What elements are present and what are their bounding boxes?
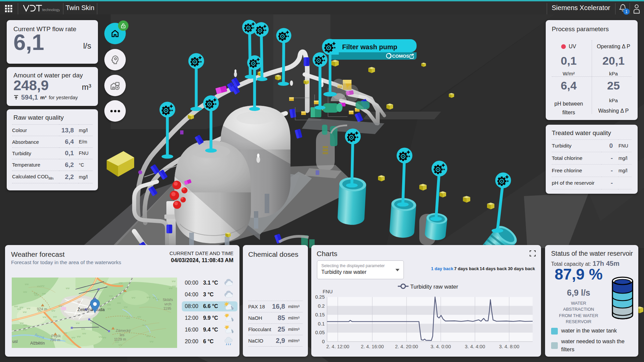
svg-text:0.05: 0.05: [315, 330, 325, 335]
svg-text:1195: 1195: [163, 306, 171, 310]
svg-text:Pepík: Pepík: [51, 334, 61, 338]
svg-text:vrch: vrch: [164, 302, 171, 306]
svg-text:ΨΨ: ΨΨ: [109, 295, 113, 297]
svg-text:0.1: 0.1: [318, 321, 325, 326]
svg-text:1129 m: 1129 m: [114, 337, 126, 341]
svg-text:3. 4. 4:00: 3. 4. 4:00: [465, 344, 485, 349]
svg-text:ΨΨ: ΨΨ: [41, 285, 45, 287]
svg-text:ΨΨ: ΨΨ: [117, 302, 121, 304]
svg-text:ΨΨ: ΨΨ: [14, 305, 18, 308]
svg-text:ΨΨ: ΨΨ: [63, 332, 67, 334]
svg-text:ΨΨ: ΨΨ: [58, 305, 62, 307]
svg-text:ΨΨ: ΨΨ: [119, 282, 123, 284]
svg-text:ΨΨ: ΨΨ: [76, 322, 80, 324]
svg-text:ΨΨ: ΨΨ: [124, 306, 128, 308]
svg-text:3. 4. 0:00: 3. 4. 0:00: [431, 344, 451, 349]
svg-text:0.25: 0.25: [315, 294, 325, 300]
svg-text:ΨΨ: ΨΨ: [146, 335, 150, 338]
svg-text:ΨΨ: ΨΨ: [51, 310, 55, 312]
svg-text:ΨΨ: ΨΨ: [115, 341, 119, 343]
svg-text:ΨΨ: ΨΨ: [147, 296, 151, 299]
svg-text:ΨΨ: ΨΨ: [23, 291, 27, 293]
svg-text:ΨΨ: ΨΨ: [137, 316, 141, 318]
svg-text:ΨΨ: ΨΨ: [90, 322, 94, 324]
svg-text:ΨΨ: ΨΨ: [150, 341, 154, 343]
svg-text:ΨΨ: ΨΨ: [172, 285, 176, 288]
svg-text:ΨΨ: ΨΨ: [155, 298, 159, 301]
svg-text:ΨΨ: ΨΨ: [142, 324, 146, 326]
svg-text:ΨΨ: ΨΨ: [42, 293, 46, 295]
svg-text:ΨΨ: ΨΨ: [102, 282, 106, 284]
svg-text:les: les: [120, 333, 125, 337]
svg-text:Filter wash pump: Filter wash pump: [342, 43, 397, 51]
svg-text:2. 4. 16:00: 2. 4. 16:00: [361, 344, 384, 349]
svg-text:ΨΨ: ΨΨ: [34, 294, 38, 296]
svg-text:ΨΨ: ΨΨ: [23, 311, 27, 313]
svg-text:ΨΨ: ΨΨ: [66, 287, 70, 290]
svg-text:ΨΨ: ΨΨ: [17, 308, 21, 310]
svg-text:Železná Ruda: Železná Ruda: [77, 307, 105, 312]
svg-text:ΨΨ: ΨΨ: [107, 308, 111, 310]
svg-text:Zámecký: Zámecký: [116, 328, 131, 333]
svg-text:ΨΨ: ΨΨ: [118, 344, 122, 346]
svg-text:ΨΨ: ΨΨ: [107, 304, 111, 306]
svg-text:ΨΨ: ΨΨ: [131, 297, 136, 299]
svg-text:ΨΨ: ΨΨ: [43, 316, 47, 318]
svg-text:Alžbětín: Alžbětín: [30, 341, 45, 346]
svg-text:ΨΨ: ΨΨ: [23, 329, 27, 331]
svg-text:790 m: 790 m: [50, 338, 60, 342]
svg-text:ΨΨ: ΨΨ: [71, 337, 75, 339]
svg-text:2. 4. 20:00: 2. 4. 20:00: [395, 344, 418, 349]
svg-text:ΨΨ: ΨΨ: [81, 328, 85, 330]
svg-text:ΨΨ: ΨΨ: [126, 317, 130, 319]
svg-text:ΨΨ: ΨΨ: [102, 337, 106, 339]
svg-text:ΨΨ: ΨΨ: [25, 283, 29, 286]
svg-text:FNU: FNU: [323, 289, 333, 294]
svg-text:0.2: 0.2: [318, 303, 325, 309]
svg-text:Turbidity raw water: Turbidity raw water: [410, 284, 458, 290]
svg-text:3. 4. 8:00: 3. 4. 8:00: [499, 344, 519, 349]
svg-text:usl: usl: [12, 339, 17, 344]
svg-text:ΨΨ: ΨΨ: [23, 324, 27, 326]
svg-text:ΨΨ: ΨΨ: [77, 336, 81, 338]
svg-text:0: 0: [322, 339, 325, 344]
svg-text:Sklářs: Sklářs: [163, 298, 173, 302]
svg-text:ΨΨ: ΨΨ: [53, 316, 57, 318]
svg-text:ΨΨ: ΨΨ: [172, 280, 176, 283]
svg-text:ΨΨ: ΨΨ: [169, 287, 173, 290]
svg-text:COMOS: COMOS: [392, 54, 409, 59]
svg-text:technology: technology: [42, 8, 60, 12]
svg-text:0.15: 0.15: [315, 312, 325, 317]
svg-text:ΨΨ: ΨΨ: [82, 333, 86, 335]
svg-text:ΨΨ: ΨΨ: [26, 307, 31, 310]
svg-text:2. 4. 12:00: 2. 4. 12:00: [326, 344, 350, 349]
svg-text:924 m: 924 m: [37, 307, 47, 311]
